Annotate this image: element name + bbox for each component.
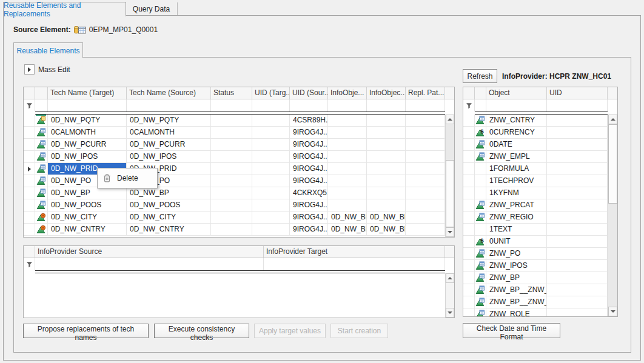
table-row[interactable]: ZNW_PRCAT	[463, 199, 617, 211]
scroll-down-button[interactable]	[608, 307, 617, 316]
grid-cell[interactable]: ZNW_PO	[486, 248, 547, 259]
grid-cell[interactable]: 0D_NW_BP	[367, 224, 406, 235]
scroll-up-button[interactable]	[446, 115, 454, 124]
grid-cell[interactable]	[328, 163, 367, 175]
grid-cell[interactable]: 9IROG4J...	[290, 175, 328, 187]
grid-cell[interactable]	[367, 187, 406, 199]
grid-cell[interactable]	[252, 163, 290, 175]
grid-cell[interactable]	[328, 199, 367, 211]
table-row[interactable]: ZNW_BP__ZNW_...	[463, 284, 617, 296]
grid-cell[interactable]	[211, 127, 252, 138]
grid-cell[interactable]	[211, 151, 252, 162]
table-row[interactable]: 0D_NW_IPOS0D_NW_IPOS9IROG4J...	[24, 151, 454, 163]
table-row[interactable]: $0CURRENCY	[463, 127, 617, 139]
grid-filter-cell[interactable]	[252, 99, 290, 112]
table-row[interactable]: 0D_NW_PRID0D_NW_PRID9IROG4J...	[24, 163, 454, 175]
grid-cell[interactable]	[211, 115, 252, 126]
table-row[interactable]: 1FORMULA	[463, 163, 617, 175]
grid-cell[interactable]	[367, 115, 406, 126]
grid-cell[interactable]	[547, 139, 608, 150]
grid-cell[interactable]	[252, 127, 290, 138]
grid-cell[interactable]: 1FORMULA	[486, 163, 547, 175]
grid-cell[interactable]: 0CURRENCY	[486, 127, 547, 138]
table-row[interactable]: ZNW_CNTRY	[463, 115, 617, 127]
grid-filter-cell[interactable]	[127, 99, 211, 112]
grid-cell[interactable]	[252, 187, 290, 199]
scroll-up-button[interactable]	[608, 115, 617, 124]
grid-cell[interactable]	[211, 139, 252, 150]
grid-cell[interactable]: 0D_NW_PCURR	[48, 139, 127, 150]
grid-header-cell[interactable]: Object	[486, 87, 547, 99]
grid-cell[interactable]: 0D_NW_BP	[367, 211, 406, 223]
grid-cell[interactable]	[406, 151, 445, 162]
vertical-scrollbar[interactable]	[608, 115, 617, 316]
grid-cell[interactable]	[328, 151, 367, 162]
grid-cell[interactable]	[406, 127, 445, 138]
scroll-down-button[interactable]	[446, 227, 454, 237]
grid-filter-cell[interactable]	[406, 99, 445, 112]
grid-cell[interactable]: 0D_NW_IPOS	[48, 151, 127, 162]
grid-cell[interactable]: ZNW_BP__ZNW_...	[486, 284, 547, 296]
grid-cell[interactable]	[406, 211, 445, 223]
grid-header-cell[interactable]: Repl. Pat...	[406, 87, 445, 99]
grid-cell[interactable]	[547, 248, 608, 259]
grid-cell[interactable]: 0D_NW_IPOS	[127, 151, 211, 162]
table-row[interactable]: ZNW_PO	[463, 248, 617, 260]
grid-filter-cell[interactable]	[211, 99, 252, 112]
grid-cell[interactable]: 0D_NW_CNTRY	[48, 224, 127, 235]
grid-cell[interactable]	[211, 199, 252, 211]
grid-cell[interactable]: 0D_NW_PQTY	[48, 115, 127, 126]
grid-cell[interactable]	[367, 163, 406, 175]
grid-cell[interactable]	[406, 224, 445, 235]
grid-cell[interactable]: 0D_NW_BP	[48, 187, 127, 199]
table-row[interactable]: ZNW_IPOS	[463, 260, 617, 272]
grid-header-cell[interactable]	[463, 87, 475, 99]
grid-cell[interactable]: ZNW_BP	[486, 272, 547, 284]
grid-filter-cell[interactable]	[367, 99, 406, 112]
grid-header-cell[interactable]: UID	[547, 87, 608, 99]
grid-cell[interactable]	[367, 175, 406, 187]
grid-filter-cell[interactable]	[24, 99, 35, 112]
grid-filter-cell[interactable]	[290, 99, 328, 112]
grid-filter-cell[interactable]	[475, 99, 486, 112]
table-row[interactable]: 0D_NW_PQTY0D_NW_PQTY4CSR89H...	[24, 115, 454, 127]
grid-cell[interactable]	[547, 260, 608, 271]
grid-cell[interactable]	[547, 308, 608, 317]
grid-cell[interactable]	[547, 211, 608, 223]
table-row[interactable]: 0D_NW_BP0D_NW_BP4CKRXQ5...	[24, 187, 454, 199]
grid-filter-cell[interactable]	[463, 99, 475, 112]
grid-cell[interactable]	[252, 175, 290, 187]
table-row[interactable]: ZNW_BP__ZNW_...	[463, 296, 617, 308]
grid-cell[interactable]	[406, 139, 445, 150]
grid-cell[interactable]	[547, 199, 608, 211]
grid-header-cell[interactable]: Tech Name (Source)	[127, 87, 211, 99]
grid-cell[interactable]	[406, 163, 445, 175]
grid-cell[interactable]: 0D_NW_CNTRY	[127, 224, 211, 235]
tab-reusable-elements-and-replacements[interactable]: Reusable Elements and Replacements	[3, 2, 126, 16]
grid-cell[interactable]	[547, 163, 608, 175]
refresh-button[interactable]: Refresh	[463, 69, 497, 83]
grid-cell[interactable]: 9IROG4J...	[290, 151, 328, 162]
grid-header-cell[interactable]: UID (Sour...	[290, 87, 328, 99]
grid-filter-cell[interactable]	[35, 258, 264, 270]
table-row[interactable]: 0CALMONTH0CALMONTH9IROG4J...	[24, 127, 454, 139]
grid-cell[interactable]	[367, 151, 406, 162]
grid-cell[interactable]	[328, 127, 367, 138]
table-row[interactable]: 0D_NW_PO0D_NW_PO9IROG4J...	[24, 175, 454, 187]
grid-cell[interactable]	[328, 139, 367, 150]
grid-filter-cell[interactable]	[264, 258, 445, 270]
grid-cell[interactable]	[406, 175, 445, 187]
grid-header-cell[interactable]: InfoObje...	[328, 87, 367, 99]
grid-cell[interactable]	[367, 199, 406, 211]
grid-header-cell[interactable]	[475, 87, 486, 99]
grid-cell[interactable]: 0D_NW_POOS	[48, 199, 127, 211]
grid-cell[interactable]: 0UNIT	[486, 236, 547, 247]
grid-header-cell[interactable]: InfoObjec...	[367, 87, 406, 99]
grid-filter-cell[interactable]	[35, 99, 48, 112]
table-row[interactable]: 0D_NW_CNTRY0D_NW_CNTRY9IROG4J...0D_NW_BP…	[24, 224, 454, 236]
grid-cell[interactable]	[547, 224, 608, 235]
grid-cell[interactable]	[406, 115, 445, 126]
check-date-time-format-button[interactable]: Check Date and Time Format	[463, 323, 560, 338]
grid-header-cell[interactable]	[24, 87, 35, 99]
grid-cell[interactable]: 9IROG4J...	[290, 163, 328, 175]
